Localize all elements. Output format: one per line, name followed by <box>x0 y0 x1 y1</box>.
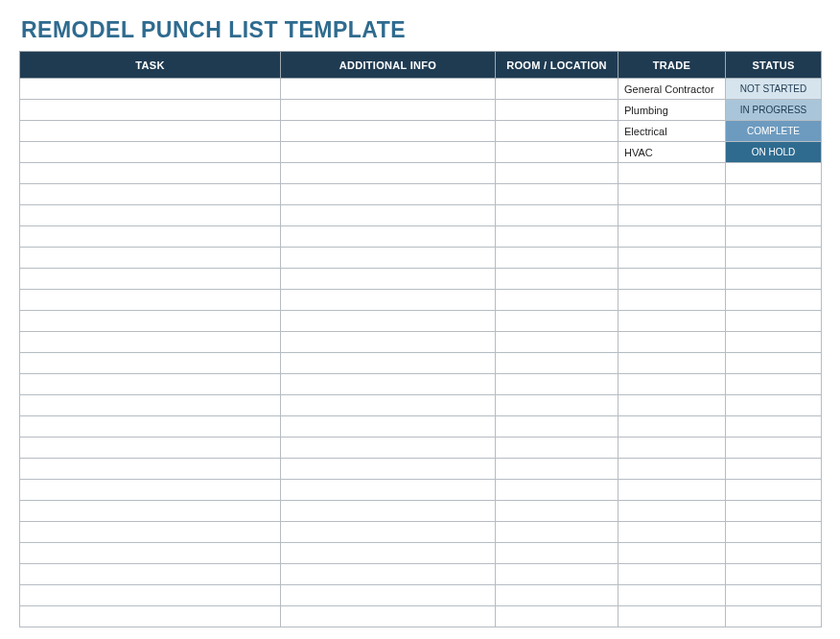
cell-task[interactable] <box>20 290 281 311</box>
cell-status[interactable] <box>726 438 822 459</box>
cell-task[interactable] <box>20 205 281 226</box>
cell-info[interactable] <box>281 522 496 543</box>
cell-info[interactable] <box>281 438 496 459</box>
cell-status[interactable] <box>726 606 822 627</box>
cell-room[interactable] <box>496 480 618 501</box>
cell-info[interactable] <box>281 501 496 522</box>
cell-task[interactable] <box>20 184 281 205</box>
cell-trade[interactable] <box>618 395 726 416</box>
cell-status[interactable] <box>726 501 822 522</box>
cell-room[interactable] <box>496 438 618 459</box>
cell-status[interactable] <box>726 522 822 543</box>
cell-info[interactable] <box>281 79 496 100</box>
cell-task[interactable] <box>20 79 281 100</box>
cell-trade[interactable]: General Contractor <box>618 79 726 100</box>
cell-room[interactable] <box>496 395 618 416</box>
cell-status[interactable] <box>726 205 822 226</box>
cell-task[interactable] <box>20 395 281 416</box>
cell-info[interactable] <box>281 395 496 416</box>
cell-info[interactable] <box>281 163 496 184</box>
cell-trade[interactable] <box>618 332 726 353</box>
cell-info[interactable] <box>281 269 496 290</box>
cell-room[interactable] <box>496 332 618 353</box>
cell-status[interactable] <box>726 163 822 184</box>
cell-info[interactable] <box>281 416 496 438</box>
cell-task[interactable] <box>20 163 281 184</box>
cell-task[interactable] <box>20 501 281 522</box>
cell-task[interactable] <box>20 248 281 269</box>
cell-info[interactable] <box>281 100 496 121</box>
cell-status[interactable] <box>726 248 822 269</box>
cell-room[interactable] <box>496 163 618 184</box>
cell-info[interactable] <box>281 606 496 627</box>
cell-status[interactable]: COMPLETE <box>726 121 822 142</box>
cell-status[interactable] <box>726 564 822 585</box>
cell-trade[interactable] <box>618 163 726 184</box>
cell-task[interactable] <box>20 543 281 564</box>
cell-task[interactable] <box>20 269 281 290</box>
cell-status[interactable] <box>726 416 822 438</box>
cell-info[interactable] <box>281 543 496 564</box>
cell-task[interactable] <box>20 522 281 543</box>
cell-room[interactable] <box>496 205 618 226</box>
cell-status[interactable] <box>726 184 822 205</box>
cell-task[interactable] <box>20 564 281 585</box>
cell-status[interactable] <box>726 543 822 564</box>
cell-status[interactable] <box>726 311 822 332</box>
cell-trade[interactable] <box>618 205 726 226</box>
cell-info[interactable] <box>281 205 496 226</box>
cell-task[interactable] <box>20 353 281 374</box>
cell-room[interactable] <box>496 522 618 543</box>
cell-trade[interactable] <box>618 438 726 459</box>
cell-room[interactable] <box>496 142 618 163</box>
cell-room[interactable] <box>496 585 618 606</box>
cell-task[interactable] <box>20 121 281 142</box>
cell-trade[interactable] <box>618 585 726 606</box>
cell-status[interactable] <box>726 480 822 501</box>
cell-trade[interactable] <box>618 248 726 269</box>
cell-task[interactable] <box>20 374 281 395</box>
cell-info[interactable] <box>281 184 496 205</box>
cell-info[interactable] <box>281 332 496 353</box>
cell-status[interactable] <box>726 585 822 606</box>
cell-status[interactable] <box>726 226 822 248</box>
cell-trade[interactable]: Electrical <box>618 121 726 142</box>
cell-room[interactable] <box>496 564 618 585</box>
cell-room[interactable] <box>496 290 618 311</box>
cell-trade[interactable]: HVAC <box>618 142 726 163</box>
cell-room[interactable] <box>496 100 618 121</box>
cell-status[interactable] <box>726 395 822 416</box>
cell-trade[interactable] <box>618 416 726 438</box>
cell-info[interactable] <box>281 585 496 606</box>
cell-task[interactable] <box>20 459 281 480</box>
cell-room[interactable] <box>496 459 618 480</box>
cell-room[interactable] <box>496 353 618 374</box>
cell-task[interactable] <box>20 311 281 332</box>
cell-info[interactable] <box>281 564 496 585</box>
cell-status[interactable] <box>726 290 822 311</box>
cell-trade[interactable] <box>618 564 726 585</box>
cell-room[interactable] <box>496 79 618 100</box>
cell-task[interactable] <box>20 332 281 353</box>
cell-info[interactable] <box>281 353 496 374</box>
cell-info[interactable] <box>281 121 496 142</box>
cell-room[interactable] <box>496 416 618 438</box>
cell-room[interactable] <box>496 184 618 205</box>
cell-trade[interactable] <box>618 184 726 205</box>
cell-task[interactable] <box>20 438 281 459</box>
cell-room[interactable] <box>496 269 618 290</box>
cell-task[interactable] <box>20 100 281 121</box>
cell-trade[interactable] <box>618 606 726 627</box>
cell-status[interactable]: ON HOLD <box>726 142 822 163</box>
cell-task[interactable] <box>20 142 281 163</box>
cell-task[interactable] <box>20 585 281 606</box>
cell-room[interactable] <box>496 606 618 627</box>
cell-info[interactable] <box>281 459 496 480</box>
cell-status[interactable] <box>726 353 822 374</box>
cell-trade[interactable] <box>618 501 726 522</box>
cell-info[interactable] <box>281 480 496 501</box>
cell-status[interactable]: NOT STARTED <box>726 79 822 100</box>
cell-info[interactable] <box>281 374 496 395</box>
cell-info[interactable] <box>281 290 496 311</box>
cell-trade[interactable] <box>618 543 726 564</box>
